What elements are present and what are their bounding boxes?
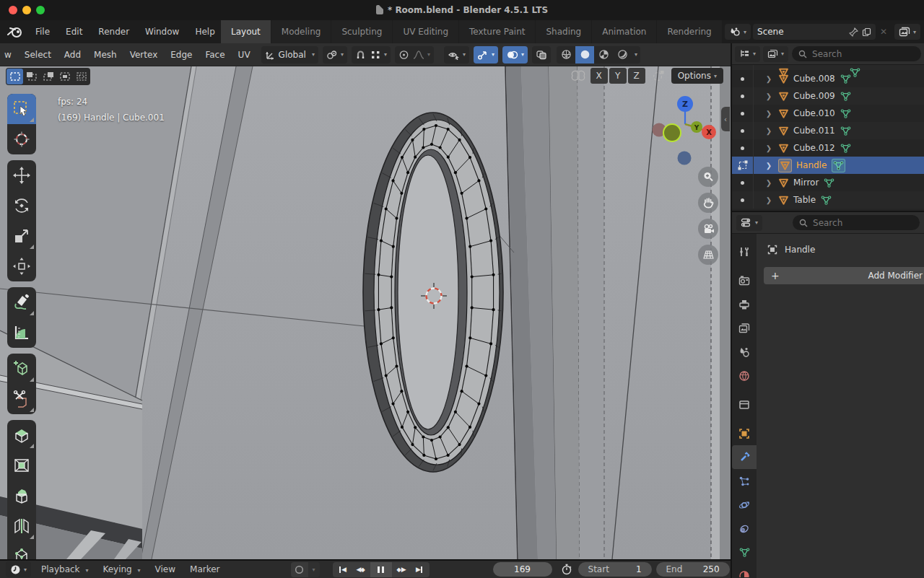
tool-measure[interactable] xyxy=(7,318,36,348)
timeline-editor-type-dropdown[interactable]: ▾ xyxy=(6,561,31,577)
menu-vertex[interactable]: Vertex xyxy=(123,47,165,63)
select-mode-subtract[interactable] xyxy=(40,69,56,84)
selectable-dot[interactable] xyxy=(741,129,744,133)
expand-icon[interactable]: ❯ xyxy=(759,179,778,187)
menu-help[interactable]: Help xyxy=(187,24,222,40)
snap-dashed-circle-icon[interactable] xyxy=(651,70,666,82)
table-row[interactable]: ❯ Cube.008 xyxy=(732,70,924,87)
menu-view-clipped[interactable]: w xyxy=(3,47,18,63)
jump-to-end-button[interactable]: ▶ xyxy=(411,562,430,577)
expand-icon[interactable]: ❯ xyxy=(759,162,778,170)
perspective-toggle-button[interactable] xyxy=(698,245,718,265)
object-name[interactable]: Cube.012 xyxy=(793,143,835,153)
tool-extrude-region[interactable] xyxy=(7,420,36,450)
menu-keying[interactable]: Keying ▾ xyxy=(95,562,147,577)
menu-render[interactable]: Render xyxy=(90,24,137,40)
expand-icon[interactable]: ❯ xyxy=(759,144,778,152)
shading-wireframe-button[interactable] xyxy=(557,46,575,64)
pivot-point-dropdown[interactable]: ▾ xyxy=(323,46,347,64)
add-modifier-button[interactable]: + Add Modifier xyxy=(764,267,924,284)
table-row[interactable]: ❯ Cube.010 xyxy=(732,105,924,122)
tool-knife[interactable] xyxy=(7,384,36,414)
overlays-toggle[interactable]: ▾ xyxy=(502,46,528,64)
camera-view-button[interactable] xyxy=(698,219,718,239)
tab-tool[interactable] xyxy=(732,240,757,263)
select-mode-set[interactable] xyxy=(6,69,23,84)
stopwatch-icon[interactable] xyxy=(561,564,572,575)
viewport-canvas[interactable]: X Y Z Options▾ fps: 24 (169) Handle | Cu… xyxy=(0,66,731,559)
tool-select-box[interactable] xyxy=(7,94,36,124)
table-row-selected[interactable]: ❯ Handle xyxy=(732,157,924,174)
tool-rotate[interactable] xyxy=(7,191,36,221)
tab-object-data[interactable] xyxy=(732,540,757,564)
gizmo-toggle[interactable]: ▾ xyxy=(474,46,498,64)
xray-toggle[interactable] xyxy=(532,46,551,64)
object-name[interactable]: Cube.010 xyxy=(793,108,835,118)
mesh-data-icon[interactable] xyxy=(840,108,851,119)
visibility-dropdown[interactable]: ▾ xyxy=(444,46,469,64)
menu-mesh[interactable]: Mesh xyxy=(87,47,123,63)
tab-render[interactable] xyxy=(732,268,757,292)
table-row[interactable]: ❯ Cube.012 xyxy=(732,139,924,157)
proportional-editing-group[interactable]: ▾ xyxy=(395,46,434,64)
menu-add[interactable]: Add xyxy=(58,47,87,63)
select-mode-invert[interactable] xyxy=(56,69,73,84)
tool-loop-cut[interactable] xyxy=(7,511,36,541)
shading-rendered-button[interactable] xyxy=(613,46,632,64)
selectable-dot[interactable] xyxy=(741,146,744,150)
tab-collection[interactable] xyxy=(732,393,757,416)
tool-scale[interactable] xyxy=(7,221,36,251)
menu-view[interactable]: View xyxy=(148,562,183,577)
display-mode-dropdown[interactable]: ▾ xyxy=(735,46,760,62)
tab-material[interactable] xyxy=(732,564,757,577)
table-row[interactable] xyxy=(732,65,924,70)
tab-physics[interactable] xyxy=(732,493,757,517)
tab-particles[interactable] xyxy=(732,469,757,493)
mesh-data-icon[interactable] xyxy=(840,74,851,84)
table-row[interactable]: ❯ Table xyxy=(732,191,924,209)
menu-select[interactable]: Select xyxy=(18,47,58,63)
tab-sculpting[interactable]: Sculpting xyxy=(331,20,392,43)
pan-button[interactable] xyxy=(698,193,718,213)
snapping-group[interactable]: ▾ xyxy=(352,46,391,64)
tab-view-layer[interactable] xyxy=(732,316,757,340)
scene-browse-button[interactable]: ▾ xyxy=(725,24,751,40)
expand-icon[interactable]: ❯ xyxy=(759,127,778,135)
object-name[interactable]: Handle xyxy=(796,160,827,170)
menu-edit[interactable]: Edit xyxy=(58,24,90,40)
options-dropdown[interactable]: Options▾ xyxy=(671,68,723,84)
mesh-data-icon[interactable] xyxy=(833,160,844,171)
mirror-butterfly-icon[interactable] xyxy=(570,70,586,82)
mesh-data-icon[interactable] xyxy=(821,195,832,206)
tool-inset-faces[interactable] xyxy=(7,450,36,481)
tab-scene[interactable] xyxy=(732,340,757,364)
selectable-dot[interactable] xyxy=(741,77,744,81)
tab-constraints[interactable] xyxy=(732,517,757,540)
scene-unlink-icon[interactable]: ✕ xyxy=(880,27,887,37)
tab-uv-editing[interactable]: UV Editing xyxy=(393,20,458,43)
scene-name-field[interactable]: Scene xyxy=(753,24,876,40)
selectable-dot[interactable] xyxy=(741,198,744,202)
tool-add-cube[interactable] xyxy=(7,354,36,384)
mesh-data-icon[interactable] xyxy=(840,91,851,102)
tool-annotate[interactable] xyxy=(7,287,36,318)
auto-key-toggle[interactable] xyxy=(291,562,308,577)
start-frame-field[interactable]: Start1 xyxy=(578,562,652,577)
select-mode-intersect[interactable] xyxy=(73,69,90,84)
object-name[interactable]: Table xyxy=(793,195,816,205)
zoom-button[interactable] xyxy=(698,167,718,187)
mesh-data-icon[interactable] xyxy=(824,178,834,188)
tab-modeling[interactable]: Modeling xyxy=(271,20,331,43)
mirror-y-toggle[interactable]: Y xyxy=(609,68,627,84)
current-frame-field[interactable]: 169 xyxy=(493,562,552,577)
selectable-dot[interactable] xyxy=(741,112,744,115)
tool-transform[interactable] xyxy=(7,251,36,281)
blender-logo[interactable] xyxy=(7,25,23,38)
menu-playback[interactable]: Playback ▾ xyxy=(34,562,95,577)
tab-rendering[interactable]: Rendering xyxy=(657,20,721,43)
mesh-data-icon[interactable] xyxy=(840,126,851,136)
tool-cursor[interactable] xyxy=(7,124,36,154)
properties-search[interactable]: Search xyxy=(793,215,920,230)
menu-edge[interactable]: Edge xyxy=(164,47,199,63)
view-layer-browse-button[interactable]: ▾ xyxy=(894,24,920,40)
